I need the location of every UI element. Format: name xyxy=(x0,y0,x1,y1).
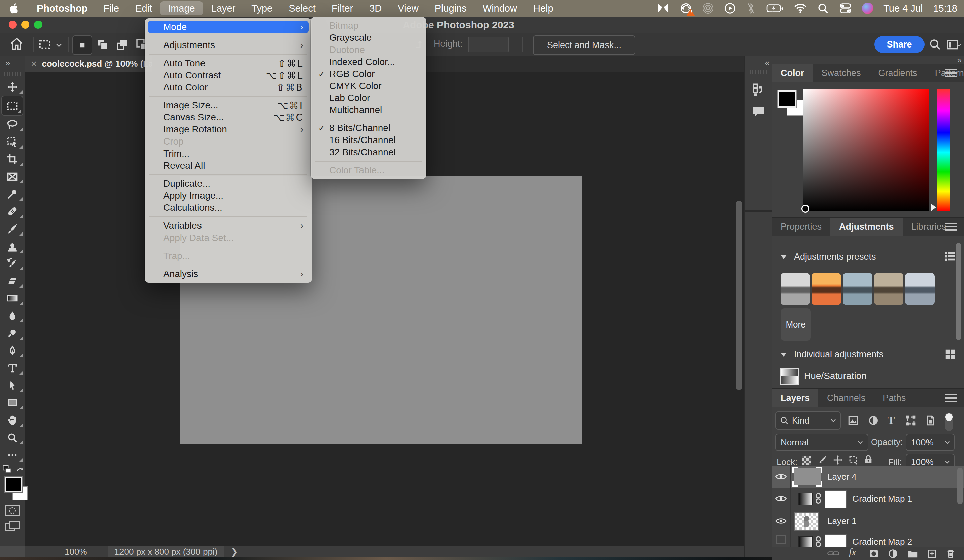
menu-bar-item[interactable]: Window xyxy=(475,2,525,15)
adjustments-panel-menu-icon[interactable] xyxy=(945,223,957,231)
image-menu-item[interactable]: ✓ Auto Contrast ⌥⇧⌘L › xyxy=(148,69,309,81)
collapse-individual-icon[interactable] xyxy=(780,352,787,357)
airdrop-icon[interactable] xyxy=(702,2,714,15)
select-and-mask-button[interactable]: Select and Mask... xyxy=(533,36,635,55)
layer-thumbnail[interactable] xyxy=(794,513,819,531)
mode-menu-item[interactable]: ✓ 16 Bits/Channel › xyxy=(314,134,423,146)
layer-style-icon[interactable]: fx xyxy=(849,547,856,558)
home-icon[interactable] xyxy=(9,37,24,52)
mask-link-icon[interactable] xyxy=(815,492,822,505)
lock-artboard-icon[interactable] xyxy=(848,454,859,466)
eyedropper-tool[interactable] xyxy=(0,185,25,203)
preset-thumbnail-cool[interactable] xyxy=(905,273,935,305)
add-to-selection-button[interactable] xyxy=(96,37,110,52)
filter-shape-layers-icon[interactable] xyxy=(905,415,917,426)
mode-menu-item[interactable]: ✓ CMYK Color › xyxy=(314,80,423,92)
height-input[interactable] xyxy=(468,37,509,52)
filter-smart-objects-icon[interactable] xyxy=(925,415,936,426)
history-brush-tool[interactable] xyxy=(0,255,25,272)
subtract-from-selection-button[interactable] xyxy=(115,37,129,52)
document-tab[interactable]: × coolecock.psd @ 100% (Lay xyxy=(25,55,152,71)
layer-thumbnail[interactable] xyxy=(794,468,821,485)
chevron-down-icon[interactable] xyxy=(955,41,963,50)
layer-row-layer1[interactable]: Layer 1 xyxy=(772,510,964,532)
control-center-icon[interactable] xyxy=(839,2,852,15)
mode-menu-item[interactable]: ✓ 32 Bits/Channel › xyxy=(314,146,423,158)
mask-link-icon[interactable] xyxy=(815,536,822,547)
crop-tool[interactable] xyxy=(0,151,25,168)
new-selection-button[interactable] xyxy=(72,36,93,55)
layer-name[interactable]: Gradient Map 2 xyxy=(852,537,912,547)
search-icon[interactable] xyxy=(928,37,942,52)
close-window-button[interactable] xyxy=(9,21,17,29)
tab-adjustments[interactable]: Adjustments xyxy=(830,218,903,235)
tab-swatches[interactable]: Swatches xyxy=(813,64,870,82)
panel-foreground-swatch[interactable] xyxy=(778,90,796,108)
grid-view-icon[interactable] xyxy=(944,348,957,360)
hue-slider-marker[interactable] xyxy=(930,203,936,211)
now-playing-icon[interactable] xyxy=(724,2,736,15)
mode-menu-item[interactable]: ✓ Grayscale › xyxy=(314,32,423,44)
filter-image-layers-icon[interactable] xyxy=(848,415,859,426)
lock-transparency-icon[interactable] xyxy=(801,456,811,466)
menu-bar-item[interactable]: Image xyxy=(160,2,203,15)
color-field-marker[interactable] xyxy=(801,205,809,213)
list-view-icon[interactable] xyxy=(943,250,957,263)
clone-stamp-tool[interactable] xyxy=(0,237,25,255)
blur-tool[interactable] xyxy=(0,307,25,325)
status-chevron-icon[interactable]: ❯ xyxy=(231,547,238,557)
document-dimensions[interactable]: 1200 px x 800 px (300 ppi) xyxy=(108,546,223,557)
mode-menu-item[interactable]: ✓ RGB Color › xyxy=(314,68,423,80)
image-menu-item[interactable]: ✓ Mode › xyxy=(148,21,309,33)
vertical-scrollbar[interactable] xyxy=(736,201,743,390)
mode-menu-item[interactable]: ✓ Multichannel › xyxy=(314,104,423,116)
layer-row-gradientmap2[interactable]: Gradient Map 2 xyxy=(772,532,964,547)
filter-type-layers-icon[interactable]: T xyxy=(887,414,895,427)
color-panel-menu-icon[interactable] xyxy=(945,69,957,77)
menu-bar-item[interactable]: File xyxy=(95,2,127,15)
preset-thumbnail-bw[interactable] xyxy=(780,273,810,305)
menu-bar-item[interactable]: 3D xyxy=(361,2,389,15)
menu-bar-date[interactable]: Tue 4 Jul xyxy=(883,3,923,14)
preset-thumbnail-blue[interactable] xyxy=(843,273,872,305)
chevron-down-icon[interactable] xyxy=(54,40,64,50)
layers-scrollbar[interactable] xyxy=(957,467,962,505)
add-mask-icon[interactable] xyxy=(868,548,879,559)
visibility-toggle[interactable] xyxy=(772,488,791,510)
layer-mask-thumbnail[interactable] xyxy=(825,534,847,547)
new-layer-icon[interactable] xyxy=(927,548,937,559)
apple-menu-icon[interactable] xyxy=(0,3,29,14)
image-menu-item[interactable]: ✓ Canvas Size... ⌥⌘C › xyxy=(148,111,309,123)
lock-pixels-icon[interactable] xyxy=(817,454,828,466)
opacity-select[interactable]: 100% xyxy=(906,433,955,451)
wifi-icon[interactable] xyxy=(794,3,807,14)
zoom-tool[interactable] xyxy=(0,429,25,446)
image-menu-item[interactable]: ✓ Trim... › xyxy=(148,148,309,159)
rectangular-marquee-tool[interactable] xyxy=(2,96,23,116)
quick-mask-icon[interactable] xyxy=(5,505,20,516)
tab-layers[interactable]: Layers xyxy=(772,390,818,407)
filter-adjustment-layers-icon[interactable] xyxy=(868,415,879,426)
mode-menu-item[interactable]: ✓ Bitmap › xyxy=(314,20,423,32)
mode-menu-item[interactable]: ✓ Duotone › xyxy=(314,44,423,56)
new-adjustment-layer-icon[interactable] xyxy=(887,548,898,559)
image-menu-item[interactable]: ✓ Apply Image... › xyxy=(148,190,309,202)
mode-menu-item[interactable]: ✓ Indexed Color... › xyxy=(314,56,423,68)
preset-thumbnail-sepia[interactable] xyxy=(874,273,904,305)
collapse-presets-icon[interactable] xyxy=(780,255,787,259)
layer-row-layer4[interactable]: Layer 4 xyxy=(772,466,964,489)
battery-icon[interactable] xyxy=(766,3,783,13)
hue-saturation-icon[interactable] xyxy=(780,368,799,385)
link-layers-icon[interactable] xyxy=(827,549,839,558)
brush-tool[interactable] xyxy=(0,220,25,237)
spotlight-icon[interactable] xyxy=(817,2,829,15)
image-menu-item[interactable]: ✓ Duplicate... › xyxy=(148,178,309,190)
move-tool[interactable] xyxy=(0,78,25,96)
image-menu-item[interactable]: ✓ Variables › xyxy=(148,220,309,232)
mode-menu-item[interactable]: ✓ Lab Color › xyxy=(314,92,423,104)
path-selection-tool[interactable] xyxy=(0,377,25,394)
visibility-toggle[interactable] xyxy=(772,466,791,488)
marquee-tool-preset-icon[interactable] xyxy=(37,37,52,52)
app-status-icon[interactable] xyxy=(656,3,670,14)
panel-scrollbar[interactable] xyxy=(956,243,961,340)
